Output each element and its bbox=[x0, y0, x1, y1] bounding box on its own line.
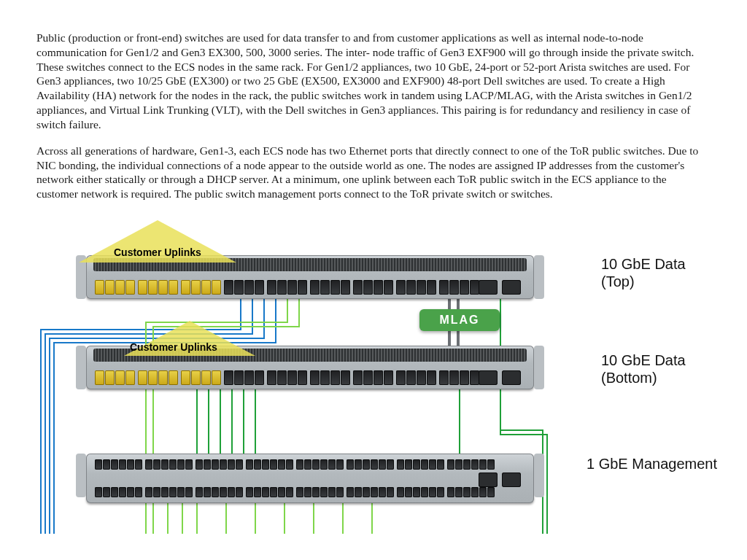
network-diagram: Customer Uplinks MLAG Customer bbox=[36, 213, 711, 519]
switch-bottom-ports bbox=[95, 370, 479, 385]
label-mgmt-switch: 1 GbE Management bbox=[587, 455, 718, 472]
switch-mgmt-ports-top bbox=[95, 459, 495, 470]
paragraph-1: Public (production or front-end) switche… bbox=[36, 31, 711, 132]
mlag-badge: MLAG bbox=[419, 309, 500, 331]
switch-mgmt-ports-bot bbox=[95, 487, 495, 497]
paragraph-2: Across all generations of hardware, Gen1… bbox=[36, 144, 711, 201]
uplink-label-bottom: Customer Uplinks bbox=[130, 341, 217, 353]
uplink-label-top: Customer Uplinks bbox=[114, 246, 201, 258]
label-bottom-switch: 10 GbE Data (Bottom) bbox=[601, 351, 718, 386]
uplink-arrow-bottom bbox=[36, 213, 255, 322]
switch-mgmt bbox=[86, 454, 534, 503]
label-top-switch: 10 GbE Data (Top) bbox=[601, 255, 718, 290]
